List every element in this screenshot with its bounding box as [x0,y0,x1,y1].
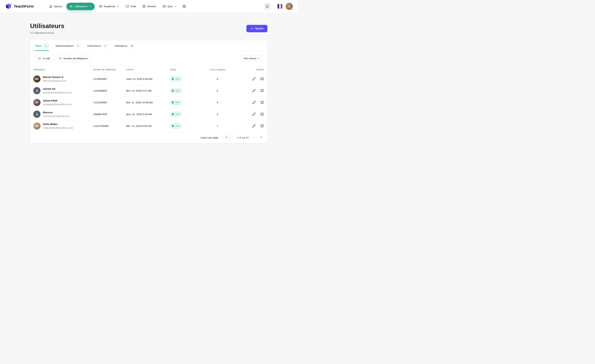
plus-icon [250,27,253,30]
tab-label: Administrateurs [56,44,74,47]
tab-instructeurs[interactable]: Instructeurs 3 [87,40,108,51]
user-email: moussaxoios@gmail.com [43,115,70,118]
edit-user-button[interactable] [252,101,256,104]
quiz-icon: A+ [163,5,166,8]
plus-circle-icon [38,57,41,60]
chevron-right-icon [260,136,263,139]
avatar [33,87,41,94]
page-header: Utilisateurs 21 Utilisateur trouvé Ajout… [30,22,267,35]
cell-courses: 9 [196,97,239,108]
pencil-icon [252,112,256,116]
check-circle-icon [172,89,174,92]
tab-utilisateurs[interactable]: Utilisateurs 15 [114,40,135,51]
user-name: Sylvia Plath [43,99,72,102]
email-filter-label: E-mail [43,57,50,60]
brand-logo[interactable]: TeachForm [5,3,34,10]
cell-courses: 4 [196,108,239,120]
nav-item-settings[interactable] [181,3,187,10]
book-icon [260,77,264,81]
page-title: Utilisateurs [30,22,64,30]
cell-created: janv. 22, 2026 5:28 AM [126,108,170,120]
nav-item-utilisateurs[interactable]: Utilisateurs [66,3,95,10]
view-courses-button[interactable] [260,124,264,128]
nav-label: Aperçu [54,5,62,8]
nav-label: Académie [104,5,115,8]
tab-tous[interactable]: Tous 21 [35,40,49,51]
user-name: Marcel Gerard Jr [43,76,66,79]
add-user-label: Ajouter [255,27,263,30]
table-header-row: Utilisateurs Numéro de téléphone Créé le… [30,66,267,73]
users-table: Utilisateurs Numéro de téléphone Créé le… [30,66,267,132]
status-label: Actif [175,113,179,115]
svg-text:A+: A+ [163,6,165,7]
cell-created: déc. 12, 2025 6:54 PM [126,120,170,132]
tab-label: Utilisateurs [114,44,128,47]
nav-item-academie[interactable]: Académie [97,3,121,10]
divider [274,3,274,10]
chevron-down-icon [257,57,260,60]
edit-user-button[interactable] [252,77,256,81]
cell-courses: 0 [196,85,239,97]
pencil-icon [252,124,256,128]
status-label: Actif [175,89,179,92]
profile-avatar[interactable] [286,3,293,10]
next-page-button[interactable] [260,136,263,139]
nav-item-chat[interactable]: Chat [124,3,138,10]
view-courses-button[interactable] [260,77,264,81]
status-label: Actif [175,78,179,80]
language-flag-fr[interactable] [277,4,283,9]
person-icon [35,89,39,93]
assignments-icon [142,5,146,8]
nav-item-apercu[interactable]: Aperçu [47,3,64,10]
person-icon [35,112,39,116]
add-phone-filter-button[interactable]: Numéro de téléphone [56,55,91,62]
tab-label: Tous [35,44,41,47]
navbar-right [263,2,293,10]
edit-user-button[interactable] [252,112,256,116]
top-navbar: TeachForm Aperçu Utilisateurs Académie C… [0,0,298,13]
pencil-icon [252,101,256,104]
cell-created: févr. 13, 2026 9:37 AM [126,85,170,97]
rows-per-page-label: Lignes par page : [200,136,220,139]
teachform-logo-icon [5,3,12,10]
user-name: zaineb Gd [43,87,72,91]
check-circle-icon [172,101,174,104]
status-badge: Actif [170,100,182,105]
pencil-icon [252,77,256,81]
add-email-filter-button[interactable]: E-mail [35,55,53,62]
status-badge: Actif [170,88,182,93]
tab-administrateurs[interactable]: Administrateurs 3 [55,40,81,51]
nav-label: Quiz [167,5,173,8]
flag-red-stripe [281,4,282,9]
status-label: Actif [175,101,179,104]
tab-count-badge: 3 [75,44,80,48]
view-courses-button[interactable] [260,89,264,92]
previous-page-button[interactable] [253,136,256,139]
notifications-button[interactable] [263,2,271,10]
sort-dropdown[interactable]: Plus récent [241,55,262,62]
view-courses-button[interactable] [260,112,264,116]
flag-white-stripe [279,4,281,9]
nav-item-quiz[interactable]: A+ Quiz [160,3,179,10]
rows-per-page-select[interactable]: 5 [224,135,233,140]
plus-circle-icon [59,57,62,60]
edit-user-button[interactable] [252,124,256,128]
avatar [33,111,41,118]
tab-count-badge: 3 [103,44,108,48]
users-icon [70,5,73,8]
person-icon [287,4,291,8]
book-icon [260,101,264,104]
cell-courses: 8 [196,73,239,85]
tab-count-badge: 15 [129,44,135,48]
nav-label: Utilisateurs [74,5,87,8]
edit-user-button[interactable] [252,89,256,92]
cell-phone: 2390607655 [93,108,126,120]
tab-label: Instructeurs [87,44,101,47]
add-user-button[interactable]: Ajouter [246,25,267,32]
status-badge: Actif [170,77,182,81]
pagination-range: 1–5 sur 21 [237,136,249,139]
nav-item-devoirs[interactable]: Devoirs [140,3,158,10]
view-courses-button[interactable] [260,101,264,104]
brand-name: TeachForm [14,4,34,9]
avatar: SP [33,99,41,106]
